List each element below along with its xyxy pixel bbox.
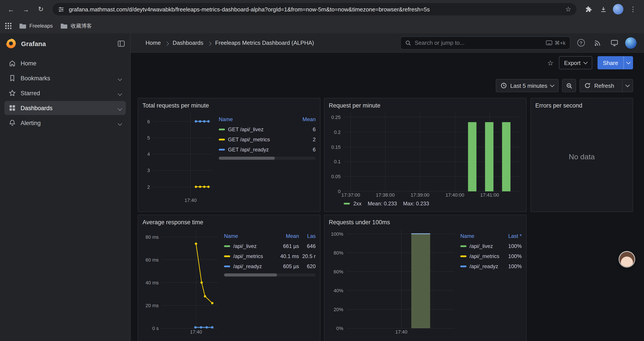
panel-title[interactable]: Average response time <box>142 218 316 227</box>
chevron-down-icon[interactable] <box>118 105 122 111</box>
bar <box>485 122 494 191</box>
downloads-icon[interactable] <box>597 3 610 16</box>
panel-title[interactable]: Request per minute <box>329 101 522 111</box>
y-axis-label: 20% <box>329 307 343 312</box>
share-menu-caret[interactable] <box>624 56 633 69</box>
series-point <box>199 120 201 123</box>
y-axis-label: 60% <box>329 269 343 274</box>
reload-button[interactable]: ↻ <box>34 3 47 16</box>
grafana-logo[interactable] <box>5 38 17 49</box>
brand-name[interactable]: Grafana <box>21 40 46 47</box>
search-input[interactable]: Search or jump to... ⌘+k <box>400 36 570 49</box>
chart-canvas[interactable] <box>329 111 522 198</box>
assistant-avatar[interactable] <box>620 252 634 267</box>
dashboards-icon <box>9 104 16 112</box>
dashboard-actions-bar: ☆ Export Share <box>131 53 644 73</box>
user-avatar[interactable] <box>625 37 637 49</box>
legend-value: 2 <box>296 136 316 142</box>
chart-canvas[interactable] <box>142 111 215 204</box>
monitor-icon[interactable] <box>608 37 620 49</box>
breadcrumb-home[interactable]: Home <box>146 40 161 46</box>
browser-profile-avatar[interactable] <box>612 3 625 16</box>
site-settings-icon[interactable] <box>58 6 64 13</box>
legend-row[interactable]: GET /api/_metrics2 <box>219 134 316 144</box>
series-point <box>207 186 210 188</box>
legend-scrollbar[interactable] <box>224 273 316 276</box>
legend-col[interactable]: Las <box>299 233 316 239</box>
legend-row[interactable]: /api/_livez661 µs646 <box>224 241 316 251</box>
sidebar-item-dashboards[interactable]: Dashboards <box>4 101 126 115</box>
legend-row[interactable]: /api/_readyz100% <box>460 261 522 271</box>
panel-total-requests[interactable]: Total requests per minute 6543217:40 Nam… <box>138 98 320 212</box>
bookmark-star-icon[interactable]: ☆ <box>565 5 571 13</box>
panel-avg-response-time[interactable]: Average response time 80 ms60 ms40 ms20 … <box>138 215 320 341</box>
legend-col-name[interactable]: Name <box>460 233 501 239</box>
legend-col[interactable]: Mean <box>296 116 316 122</box>
bookmark-folder-freeleaps[interactable]: Freeleaps <box>19 23 53 29</box>
refresh-label: Refresh <box>594 82 614 89</box>
bar-chart[interactable]: 0.250.20.150.10.05017:37:0017:38:0017:39… <box>329 111 522 198</box>
panel-title[interactable]: Errors per second <box>535 101 628 111</box>
scrollbar-thumb[interactable] <box>219 157 275 160</box>
chevron-down-icon[interactable] <box>118 120 122 126</box>
legend-row[interactable]: /api/_livez100% <box>460 241 522 251</box>
back-button[interactable]: ← <box>4 3 18 16</box>
legend-value: 620 <box>299 263 316 269</box>
sidebar-brand-row: Grafana <box>0 33 130 54</box>
refresh-button[interactable]: Refresh <box>580 79 633 92</box>
sidebar-item-alerting[interactable]: Alerting <box>4 116 126 130</box>
bar-chart[interactable]: 100%80%60%40%20%0%17:40 <box>329 227 457 335</box>
share-button[interactable]: Share <box>598 56 633 69</box>
time-range-picker[interactable]: Last 5 minutes <box>496 79 559 92</box>
legend-row[interactable]: /api/_metrics100% <box>460 251 522 261</box>
favorite-star-icon[interactable]: ☆ <box>547 59 554 67</box>
sidebar-item-starred[interactable]: Starred <box>4 86 126 100</box>
refresh-interval-caret[interactable] <box>622 80 632 92</box>
url-text[interactable]: grafana.mathmast.com/d/deytv4rwavabkb/fr… <box>69 6 561 13</box>
news-rss-icon[interactable] <box>592 37 604 49</box>
legend-row[interactable]: /api/_metrics40.1 ms20.5 r <box>224 251 316 261</box>
legend-row[interactable]: GET /api/_livez6 <box>219 124 316 134</box>
sidebar-item-home[interactable]: Home <box>4 56 126 70</box>
chevron-down-icon[interactable] <box>118 75 122 81</box>
forward-button[interactable]: → <box>19 3 32 16</box>
panel-requests-under-100ms[interactable]: Requests under 100ms 100%80%60%40%20%0%1… <box>324 215 526 341</box>
legend-row[interactable]: /api/_readyz605 µs620 <box>224 261 316 271</box>
series-name[interactable]: 2xx <box>353 201 362 207</box>
sidebar-collapse-icon[interactable] <box>118 40 125 47</box>
panel-title[interactable]: Requests under 100ms <box>329 218 522 227</box>
series-point <box>200 326 202 328</box>
legend-scrollbar[interactable] <box>219 157 316 160</box>
panel-title[interactable]: Total requests per minute <box>142 101 316 111</box>
legend-col[interactable]: Mean <box>274 233 299 239</box>
keyboard-icon <box>546 40 552 45</box>
panel-request-per-minute[interactable]: Request per minute 0.250.20.150.10.05017… <box>324 98 526 212</box>
panel-errors-per-second[interactable]: Errors per second No data <box>530 98 633 212</box>
line-chart[interactable]: 80 ms60 ms40 ms20 ms0 s17:40 <box>142 227 220 335</box>
bookmark-folder-blogs[interactable]: 收藏博客 <box>61 22 92 30</box>
main-area: Home Dashboards Freeleaps Metrics Dashbo… <box>131 33 644 341</box>
extensions-icon[interactable] <box>582 3 595 16</box>
legend-row[interactable]: GET /api/_readyz6 <box>219 144 316 154</box>
browser-menu-icon[interactable]: ⋮ <box>626 3 640 16</box>
refresh-main[interactable]: Refresh <box>580 80 618 92</box>
address-bar[interactable]: grafana.mathmast.com/d/deytv4rwavabkb/fr… <box>52 3 576 15</box>
scrollbar-thumb[interactable] <box>224 273 277 276</box>
sidebar-item-bookmarks[interactable]: Bookmarks <box>4 71 126 85</box>
legend-col-name[interactable]: Name <box>219 116 296 122</box>
legend-col-name[interactable]: Name <box>224 233 274 239</box>
chart-canvas[interactable] <box>329 227 457 335</box>
zoom-out-button[interactable] <box>562 79 576 92</box>
legend-col[interactable]: Last * <box>501 233 522 239</box>
apps-grid-icon[interactable] <box>5 23 12 29</box>
export-button[interactable]: Export <box>559 56 592 69</box>
line-chart[interactable]: 6543217:40 <box>142 111 215 204</box>
breadcrumb-dashboards[interactable]: Dashboards <box>172 40 203 46</box>
legend-inline[interactable]: 2xx Mean: 0.233 Max: 0.233 <box>329 199 522 208</box>
breadcrumb-current: Freeleaps Metrics Dashboard (ALPHA) <box>215 40 314 46</box>
sidebar-item-label: Starred <box>20 90 40 96</box>
help-icon[interactable]: ? <box>575 37 587 49</box>
screen: ← → ↻ grafana.mathmast.com/d/deytv4rwava… <box>0 0 644 341</box>
share-label[interactable]: Share <box>598 56 624 69</box>
chevron-down-icon[interactable] <box>118 90 122 96</box>
